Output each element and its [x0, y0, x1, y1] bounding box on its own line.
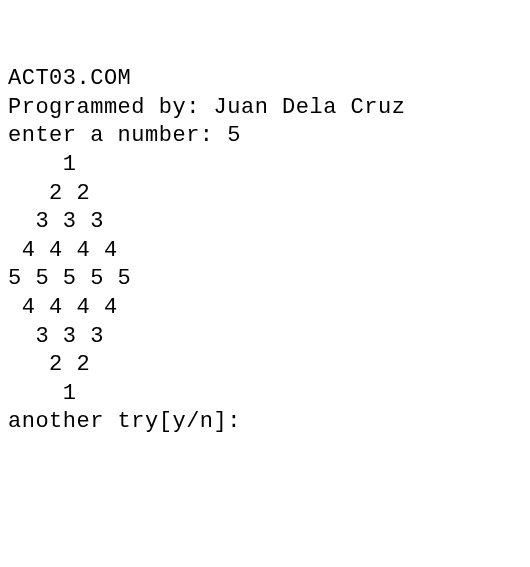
program-title: ACT03.COM [8, 65, 522, 94]
pattern-row: 2 2 [8, 180, 522, 209]
pattern-row: 5 5 5 5 5 [8, 265, 522, 294]
pattern-row: 3 3 3 [8, 323, 522, 352]
pattern-row: 1 [8, 380, 522, 409]
pattern-row: 4 4 4 4 [8, 237, 522, 266]
pattern-row: 2 2 [8, 351, 522, 380]
pattern-row: 4 4 4 4 [8, 294, 522, 323]
pattern-row: 3 3 3 [8, 208, 522, 237]
input-prompt: enter a number: 5 [8, 122, 522, 151]
author-line: Programmed by: Juan Dela Cruz [8, 94, 522, 123]
pattern-row: 1 [8, 151, 522, 180]
retry-prompt[interactable]: another try[y/n]: [8, 408, 522, 437]
